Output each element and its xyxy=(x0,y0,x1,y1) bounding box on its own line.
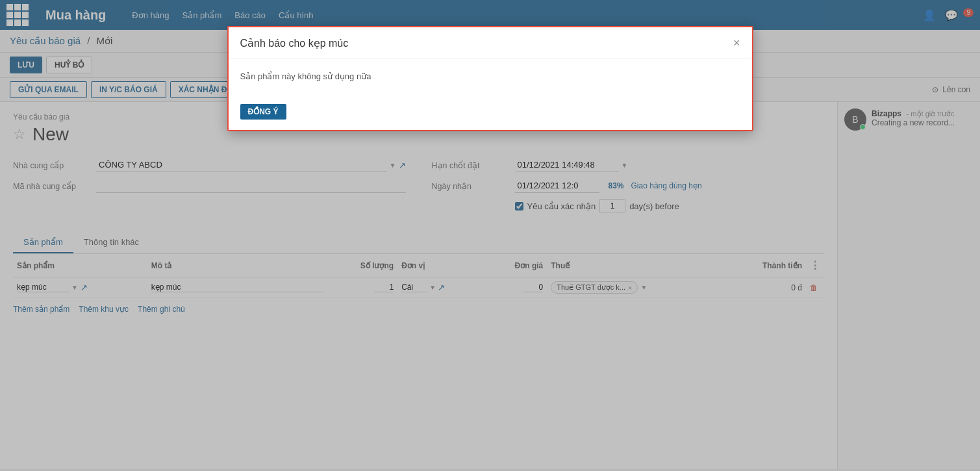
modal-message: Sản phẩm này không sử dụng nữa xyxy=(240,71,740,81)
modal-body: Sản phẩm này không sử dụng nữa xyxy=(229,58,752,97)
modal-confirm-button[interactable]: ĐỒNG Ý xyxy=(240,104,286,120)
modal-overlay: Cảnh báo cho kẹp múc × Sản phẩm này khôn… xyxy=(0,0,980,469)
modal-header: Cảnh báo cho kẹp múc × xyxy=(229,27,752,58)
modal-close-button[interactable]: × xyxy=(733,36,740,50)
modal-title: Cảnh báo cho kẹp múc xyxy=(240,37,349,49)
modal-footer: ĐỒNG Ý xyxy=(229,97,752,130)
warning-modal: Cảnh báo cho kẹp múc × Sản phẩm này khôn… xyxy=(227,26,753,131)
